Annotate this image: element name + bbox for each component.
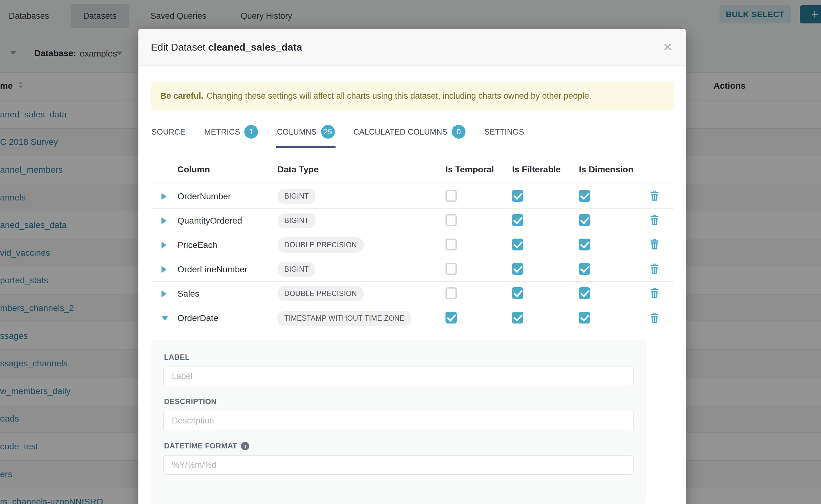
tab-count-badge: 0: [452, 125, 466, 139]
data-type-pill: BIGINT: [277, 189, 315, 204]
modal-tabs: SOURCE METRICS 1 COLUMNS 25 CALCULATED C…: [151, 121, 674, 147]
warning-bold-text: Be careful.: [160, 91, 203, 101]
expand-caret-icon[interactable]: [161, 266, 166, 273]
tab-settings[interactable]: SETTINGS: [484, 121, 525, 147]
app: DatabasesDatasetsSaved QueriesQuery Hist…: [0, 0, 821, 504]
modal-title-dataset-name: cleaned_sales_data: [208, 42, 302, 53]
is-temporal-checkbox[interactable]: [446, 190, 457, 202]
data-type-pill: DOUBLE PRECISION: [277, 286, 363, 301]
tab-count-badge: 1: [244, 125, 258, 139]
column-name: Sales: [177, 289, 277, 299]
description-input[interactable]: [163, 411, 634, 430]
expand-caret-icon[interactable]: [161, 242, 166, 249]
is-filterable-checkbox[interactable]: [512, 287, 523, 299]
modal-title-prefix: Edit Dataset: [151, 42, 205, 53]
is-temporal-header: Is Temporal: [446, 165, 512, 175]
data-type-pill: DOUBLE PRECISION: [277, 237, 363, 253]
tab-label: COLUMNS: [277, 127, 316, 136]
expand-caret-icon[interactable]: [161, 316, 168, 321]
tab-metrics[interactable]: METRICS 1: [204, 121, 259, 147]
column-editor-panel: LABEL DESCRIPTION DATETIME FORMAT i: [151, 340, 646, 504]
datetime-format-input[interactable]: [163, 455, 634, 475]
data-type-pill: BIGINT: [277, 262, 315, 277]
datetime-format-field-group: DATETIME FORMAT i: [163, 442, 634, 475]
column-name: OrderDate: [177, 313, 277, 323]
is-dimension-header: Is Dimension: [579, 165, 650, 175]
tab-calculated-columns[interactable]: CALCULATED COLUMNS 0: [353, 121, 467, 147]
column-row: PriceEach DOUBLE PRECISION: [151, 233, 674, 257]
is-filterable-checkbox[interactable]: [512, 190, 523, 202]
is-dimension-checkbox[interactable]: [579, 214, 590, 226]
is-temporal-checkbox[interactable]: [446, 214, 457, 226]
columns-rows: OrderNumber BIGINT QuantityOrdered BIGIN…: [151, 184, 674, 330]
column-name: OrderNumber: [177, 191, 277, 201]
description-field-group: DESCRIPTION: [163, 397, 634, 430]
column-header: Column: [177, 165, 277, 175]
trash-icon[interactable]: [650, 263, 659, 274]
tab-source[interactable]: SOURCE: [151, 121, 186, 147]
label-input[interactable]: [163, 367, 634, 386]
datetime-format-field-label: DATETIME FORMAT i: [164, 442, 634, 450]
column-row: OrderLineNumber BIGINT: [151, 257, 674, 282]
close-icon[interactable]: ✕: [663, 42, 672, 53]
column-name: PriceEach: [177, 240, 277, 250]
is-temporal-checkbox[interactable]: [446, 287, 457, 299]
warning-text: Changing these settings will affect all …: [206, 91, 591, 101]
data-type-header: Data Type: [277, 165, 446, 175]
expand-caret-icon[interactable]: [161, 290, 166, 297]
label-field-group: LABEL: [163, 353, 634, 386]
trash-icon[interactable]: [650, 312, 659, 323]
is-temporal-checkbox[interactable]: [446, 239, 457, 250]
expand-caret-icon[interactable]: [161, 217, 166, 224]
column-row: Sales DOUBLE PRECISION: [151, 282, 674, 306]
expand-caret-icon[interactable]: [161, 193, 166, 200]
trash-icon[interactable]: [650, 288, 659, 299]
column-name: OrderLineNumber: [177, 264, 277, 274]
tab-count-badge: 25: [321, 125, 335, 139]
tab-label: CALCULATED COLUMNS: [353, 127, 448, 136]
info-icon[interactable]: i: [241, 442, 249, 450]
tab-label: SETTINGS: [484, 127, 524, 136]
modal-header: Edit Dataset cleaned_sales_data ✕: [138, 29, 686, 66]
column-row: OrderDate TIMESTAMP WITHOUT TIME ZONE: [151, 306, 674, 330]
column-row: QuantityOrdered BIGINT: [151, 209, 674, 233]
is-filterable-checkbox[interactable]: [512, 263, 523, 275]
trash-icon[interactable]: [650, 215, 659, 225]
trash-icon[interactable]: [650, 190, 659, 201]
trash-icon[interactable]: [650, 239, 659, 250]
label-field-label: LABEL: [164, 353, 634, 362]
is-filterable-checkbox[interactable]: [512, 239, 523, 250]
tab-label: METRICS: [204, 127, 240, 136]
is-temporal-checkbox[interactable]: [446, 312, 457, 324]
warning-banner: Be careful. Changing these settings will…: [151, 82, 674, 110]
column-name: QuantityOrdered: [177, 216, 277, 226]
data-type-pill: TIMESTAMP WITHOUT TIME ZONE: [277, 311, 412, 326]
is-dimension-checkbox[interactable]: [579, 263, 590, 275]
is-dimension-checkbox[interactable]: [579, 312, 590, 324]
is-filterable-header: Is Filterable: [512, 165, 579, 175]
column-row: OrderNumber BIGINT: [151, 184, 674, 209]
columns-table: Column Data Type Is Temporal Is Filterab…: [151, 156, 674, 330]
is-dimension-checkbox[interactable]: [579, 239, 590, 250]
is-dimension-checkbox[interactable]: [579, 287, 590, 299]
edit-dataset-modal: Edit Dataset cleaned_sales_data ✕ Be car…: [138, 29, 686, 504]
tab-label: SOURCE: [151, 127, 185, 136]
description-field-label: DESCRIPTION: [164, 397, 634, 406]
tab-columns[interactable]: COLUMNS 25: [276, 121, 335, 147]
columns-table-header: Column Data Type Is Temporal Is Filterab…: [151, 156, 674, 184]
modal-title: Edit Dataset cleaned_sales_data: [151, 42, 302, 53]
is-temporal-checkbox[interactable]: [446, 263, 457, 275]
is-filterable-checkbox[interactable]: [512, 312, 523, 324]
is-filterable-checkbox[interactable]: [512, 214, 523, 226]
data-type-pill: BIGINT: [277, 213, 315, 228]
is-dimension-checkbox[interactable]: [579, 190, 590, 202]
